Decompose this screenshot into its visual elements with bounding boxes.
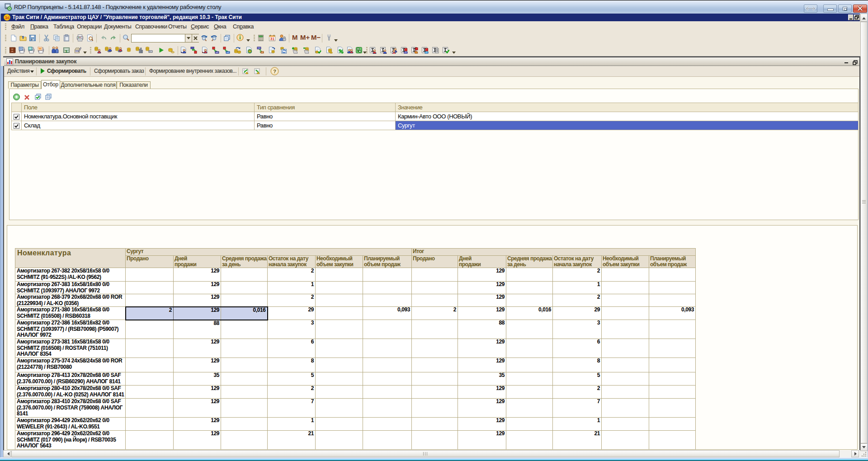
svg-text:?: ? — [273, 69, 276, 74]
svg-text:1c: 1c — [5, 15, 9, 20]
svg-text:$: $ — [66, 50, 67, 53]
svg-text:31: 31 — [270, 37, 275, 41]
